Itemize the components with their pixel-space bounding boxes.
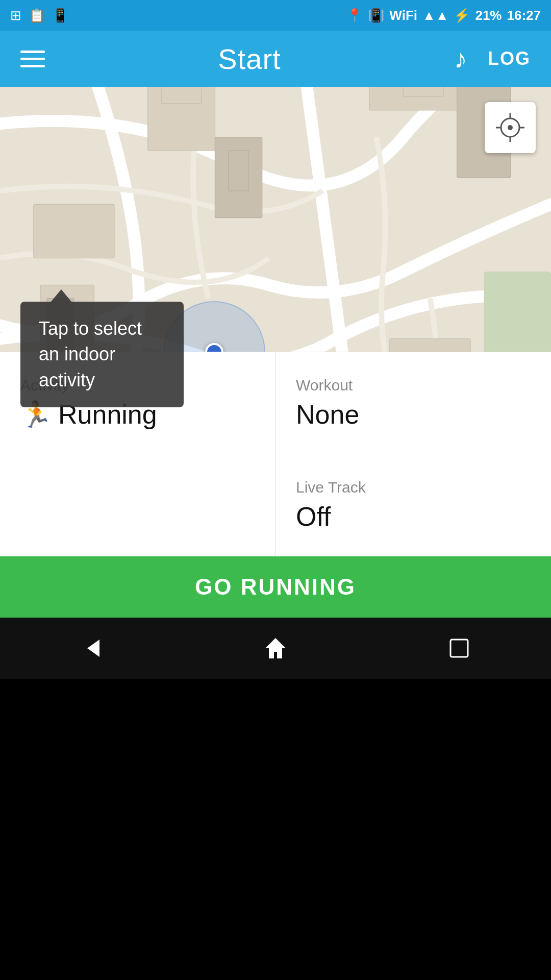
svg-marker-30 <box>265 638 286 658</box>
location-icon: 📍 <box>346 8 363 23</box>
wifi-icon: WiFi <box>389 8 417 23</box>
screenshot-icon: ⊞ <box>10 8 21 23</box>
back-icon <box>79 635 105 661</box>
menu-button[interactable] <box>20 51 45 67</box>
svg-point-24 <box>508 125 513 130</box>
live-track-value: Off <box>296 501 531 532</box>
svg-marker-29 <box>87 640 99 657</box>
go-running-button[interactable]: GO RUNNING <box>0 556 551 618</box>
music-icon[interactable]: ♪ <box>454 43 467 74</box>
workout-value: None <box>296 399 531 430</box>
svg-rect-4 <box>229 151 249 191</box>
live-track-cell[interactable]: Live Track Off <box>276 454 551 556</box>
live-track-label: Live Track <box>296 479 531 496</box>
crosshair-icon <box>495 112 525 143</box>
tooltip-text: Tap to select an indoor activity <box>39 318 142 390</box>
status-bar: ⊞ 📋 📱 📍 📳 WiFi ▲▲ ⚡ 21% 16:27 <box>0 0 551 31</box>
clock: 16:27 <box>507 8 541 23</box>
signal-icon: ▲▲ <box>422 8 448 23</box>
page-title: Start <box>218 42 281 76</box>
status-bar-right: 📍 📳 WiFi ▲▲ ⚡ 21% 16:27 <box>346 8 541 23</box>
empty-cell <box>0 454 276 556</box>
svg-rect-5 <box>34 204 114 258</box>
battery-icon: ⚡ <box>454 8 470 23</box>
recents-button[interactable] <box>439 628 480 669</box>
workout-cell[interactable]: Workout None <box>276 352 551 454</box>
battery-percent: 21% <box>475 8 502 23</box>
locate-me-button[interactable] <box>485 102 536 153</box>
recents-icon <box>446 635 472 661</box>
home-button[interactable] <box>255 628 296 669</box>
phone-icon: 📱 <box>52 8 68 23</box>
svg-rect-9 <box>403 87 443 97</box>
map-view: Searching Google Tap to select an indoor… <box>0 87 551 618</box>
back-button[interactable] <box>71 628 112 669</box>
log-button[interactable]: LOG <box>488 48 531 69</box>
app-header: Start ♪ LOG <box>0 31 551 87</box>
bottom-panel: Tap to select an indoor activity Activit… <box>0 352 551 618</box>
clipboard-icon: 📋 <box>29 8 45 23</box>
android-nav-bar <box>0 618 551 679</box>
status-bar-left: ⊞ 📋 📱 <box>10 8 68 23</box>
home-icon <box>263 635 288 661</box>
vibrate-icon: 📳 <box>368 8 384 23</box>
indoor-activity-tooltip: Tap to select an indoor activity <box>20 302 184 407</box>
header-actions: ♪ LOG <box>454 43 531 74</box>
workout-label: Workout <box>296 377 531 394</box>
svg-rect-31 <box>450 640 468 657</box>
svg-rect-2 <box>161 87 202 104</box>
